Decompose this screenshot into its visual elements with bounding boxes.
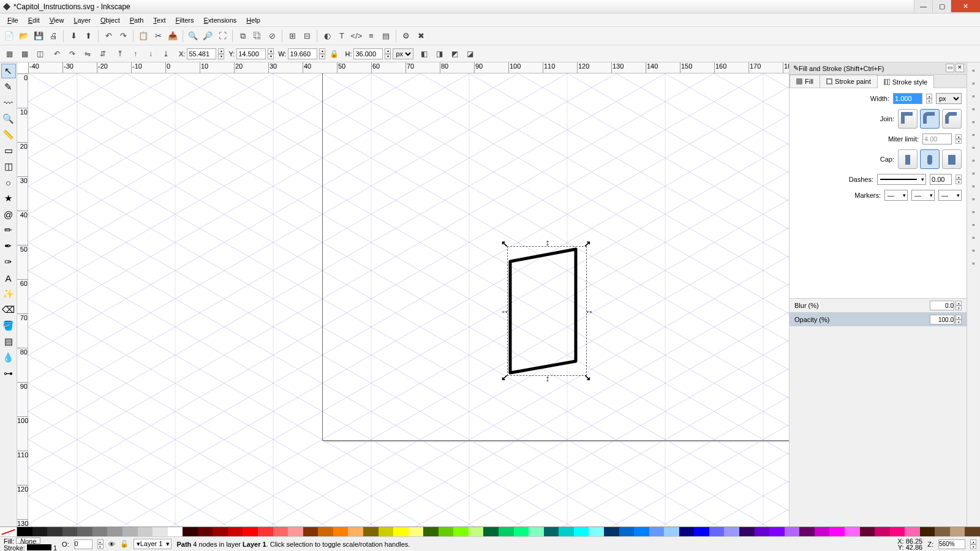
calligraphy-tool[interactable]: ✑	[1, 255, 16, 269]
cap-square-button[interactable]	[942, 149, 962, 169]
align-dialog-icon[interactable]: ≡	[364, 29, 378, 43]
tab-stroke-style[interactable]: Stroke style	[877, 75, 934, 88]
print-icon[interactable]: 🖨	[47, 29, 60, 43]
palette-swatch[interactable]	[890, 527, 905, 536]
menu-file[interactable]: File	[2, 15, 23, 25]
cap-butt-button[interactable]	[898, 149, 918, 169]
palette-swatch[interactable]	[499, 527, 514, 536]
redo-icon[interactable]: ↷	[116, 29, 130, 43]
palette-swatch[interactable]	[694, 527, 709, 536]
eraser-tool[interactable]: ⌫	[1, 302, 16, 317]
menu-object[interactable]: Object	[96, 15, 125, 25]
spray-tool[interactable]: ✨	[1, 287, 16, 301]
flip-v-icon[interactable]: ⇵	[96, 47, 110, 61]
snap-page-icon[interactable]: ▫	[968, 232, 979, 243]
status-stroke-swatch[interactable]	[27, 544, 51, 550]
palette-swatch[interactable]	[439, 527, 454, 536]
handle-w[interactable]: ↔	[501, 308, 508, 315]
palette-swatch[interactable]	[799, 527, 815, 536]
palette-swatch[interactable]	[123, 527, 138, 536]
rotate-ccw-icon[interactable]: ↶	[50, 47, 64, 61]
palette-swatch[interactable]	[785, 527, 800, 536]
panel-detach-button[interactable]: ▭	[946, 64, 954, 72]
zoom-out-icon[interactable]: 🔎	[201, 29, 214, 43]
affect-gradient-icon[interactable]: ◩	[448, 47, 461, 61]
affect-pattern-icon[interactable]: ◪	[463, 47, 477, 61]
layer-visible-icon[interactable]: 👁	[108, 541, 115, 548]
text-tool[interactable]: A	[1, 271, 16, 285]
spiral-tool[interactable]: @	[1, 207, 16, 222]
palette-swatch[interactable]	[574, 527, 589, 536]
palette-swatch[interactable]	[183, 527, 198, 536]
w-spinner[interactable]: ▴▾	[319, 48, 325, 59]
menu-help[interactable]: Help	[241, 15, 265, 25]
snap-toggle-icon[interactable]: ▫	[968, 65, 979, 76]
palette-swatch[interactable]	[423, 527, 439, 536]
palette-swatch[interactable]	[769, 527, 785, 536]
selected-path[interactable]	[507, 246, 587, 376]
palette-swatch[interactable]	[243, 527, 258, 536]
clone-icon[interactable]: ⿻	[251, 29, 264, 43]
snap-cusp-icon[interactable]: ▫	[968, 168, 979, 179]
snap-edge-icon[interactable]: ▫	[968, 91, 979, 102]
w-input[interactable]	[288, 48, 317, 59]
palette-swatch[interactable]	[168, 527, 183, 536]
marker-mid-combo[interactable]: —	[911, 190, 935, 201]
menu-text[interactable]: Text	[148, 15, 170, 25]
palette-swatch[interactable]	[905, 527, 920, 536]
raise-icon[interactable]: ↑	[129, 47, 142, 61]
palette-swatch[interactable]	[860, 527, 875, 536]
palette-swatch[interactable]	[920, 527, 935, 536]
dropper-tool[interactable]: 💧	[1, 350, 16, 365]
gradient-tool[interactable]: ▤	[1, 334, 16, 349]
palette-swatch[interactable]	[198, 527, 213, 536]
palette-swatch[interactable]	[47, 527, 62, 536]
palette-swatch[interactable]	[258, 527, 273, 536]
zoom-tool[interactable]: 🔍	[1, 111, 16, 126]
handle-sw[interactable]: ↙	[501, 373, 508, 381]
node-tool[interactable]: ✎	[1, 80, 16, 94]
preferences-icon[interactable]: ⚙	[399, 29, 413, 43]
group-icon[interactable]: ⊞	[285, 29, 299, 43]
opacity-spinner[interactable]: ▴▾	[956, 315, 962, 324]
affect-corner-icon[interactable]: ◨	[432, 47, 446, 61]
palette-swatch[interactable]	[288, 527, 303, 536]
ruler-horizontal[interactable]: -40-30-20-100102030405060708090100110120…	[28, 62, 789, 73]
palette-swatch[interactable]	[634, 527, 649, 536]
palette-swatch[interactable]	[514, 527, 529, 536]
palette-swatch[interactable]	[17, 527, 32, 536]
menu-layer[interactable]: Layer	[69, 15, 96, 25]
palette-swatch[interactable]	[77, 527, 92, 536]
close-window-button[interactable]: ✕	[951, 0, 980, 12]
palette-swatch[interactable]	[379, 527, 394, 536]
deselect-icon[interactable]: ◫	[33, 47, 47, 61]
blur-input[interactable]	[930, 301, 954, 310]
menu-extensions[interactable]: Extensions	[199, 15, 242, 25]
palette-swatch[interactable]	[62, 527, 78, 536]
cap-round-button[interactable]	[920, 149, 940, 169]
lower-icon[interactable]: ↓	[144, 47, 157, 61]
lower-bottom-icon[interactable]: ⤓	[159, 47, 173, 61]
opacity-input[interactable]	[930, 315, 954, 324]
selector-tool[interactable]: ↖	[1, 64, 16, 78]
snap-smooth-icon[interactable]: ▫	[968, 181, 979, 192]
snap-text-icon[interactable]: ▫	[968, 219, 979, 230]
stroke-width-unit[interactable]: px	[936, 93, 962, 104]
zoom-fit-icon[interactable]: ⛶	[216, 29, 229, 43]
handle-ne[interactable]: ↗	[584, 240, 591, 247]
handle-nw[interactable]: ↖	[501, 240, 508, 247]
3dbox-tool[interactable]: ◫	[1, 159, 16, 174]
palette-swatch[interactable]	[348, 527, 363, 536]
unlink-clone-icon[interactable]: ⊘	[265, 29, 279, 43]
canvas[interactable]: ↖ ↕ ↗ ↔ ↔ ↙ ↕ ↘	[28, 73, 789, 527]
dash-offset-input[interactable]	[930, 174, 952, 185]
select-all-icon[interactable]: ▩	[18, 47, 31, 61]
menu-edit[interactable]: Edit	[23, 15, 45, 25]
palette-swatch[interactable]	[333, 527, 349, 536]
palette-swatch[interactable]	[935, 527, 950, 536]
y-input[interactable]	[236, 48, 266, 59]
palette-swatch[interactable]	[589, 527, 604, 536]
palette-swatch[interactable]	[228, 527, 243, 536]
xml-editor-icon[interactable]: </>	[350, 29, 363, 43]
handle-e[interactable]: ↔	[586, 308, 593, 315]
